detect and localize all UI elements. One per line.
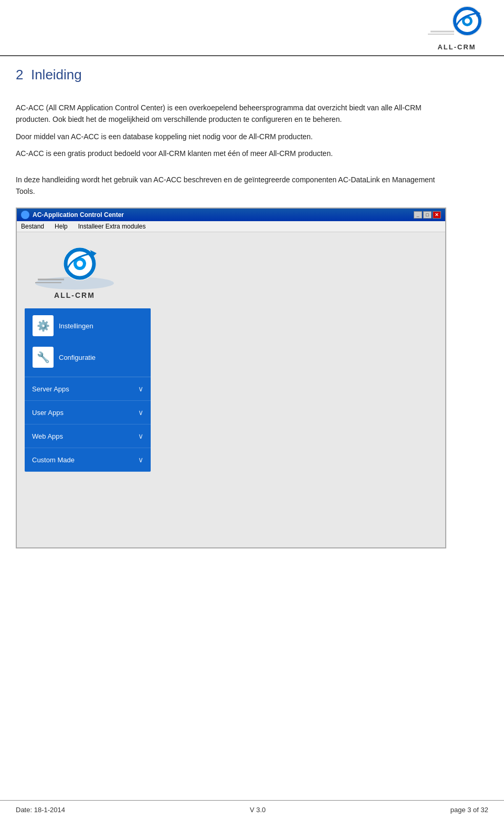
window-titlebar: AC-Application Control Center _ □ ✕ <box>17 209 445 221</box>
logo-svg <box>425 5 488 42</box>
footer-date: Date: 18-1-2014 <box>16 806 65 814</box>
close-button[interactable]: ✕ <box>433 211 441 219</box>
sidebar-panel: ⚙️ Instellingen 🔧 Configuratie Server Ap… <box>25 308 151 472</box>
menu-sections: Server Apps ∨ User Apps ∨ Web Apps ∨ Cus… <box>25 377 151 472</box>
paragraph-2: Door middel van AC-ACC is een database k… <box>16 131 446 142</box>
menu-help[interactable]: Help <box>55 223 68 230</box>
user-apps-chevron: ∨ <box>138 408 143 417</box>
app-logo-text: ALL-CRM <box>54 291 95 299</box>
svg-point-5 <box>465 18 470 24</box>
custom-made-label: Custom Made <box>32 456 75 464</box>
footer-version: V 3.0 <box>250 806 266 814</box>
logo-container: ALL-CRM <box>425 5 488 51</box>
paragraph-3: AC-ACC is een gratis product bedoeld voo… <box>16 148 446 159</box>
app-logo: ALL-CRM <box>27 240 122 303</box>
user-apps-label: User Apps <box>32 409 64 417</box>
settings-section: ⚙️ Instellingen 🔧 Configuratie <box>25 308 151 377</box>
minimize-button[interactable]: _ <box>414 211 422 219</box>
web-apps-item[interactable]: Web Apps ∨ <box>25 424 151 448</box>
instellingen-label: Instellingen <box>59 322 93 330</box>
instellingen-icon: ⚙️ <box>33 315 54 336</box>
server-apps-label: Server Apps <box>32 385 69 393</box>
custom-made-chevron: ∨ <box>138 455 143 464</box>
app-logo-svg <box>33 244 117 291</box>
user-apps-item[interactable]: User Apps ∨ <box>25 401 151 424</box>
instellingen-button[interactable]: ⚙️ Instellingen <box>27 311 148 340</box>
menu-bestand[interactable]: Bestand <box>21 223 44 230</box>
footer-page: page 3 of 32 <box>450 806 488 814</box>
screenshot-window: AC-Application Control Center _ □ ✕ Best… <box>16 208 446 548</box>
menu-installeer[interactable]: Installeer Extra modules <box>78 223 146 230</box>
paragraph-4: In deze handleiding wordt het gebruik va… <box>16 174 446 198</box>
app-logo-inner: ALL-CRM <box>27 240 122 303</box>
configuratie-button[interactable]: 🔧 Configuratie <box>27 343 148 372</box>
server-apps-chevron: ∨ <box>138 385 143 393</box>
custom-made-item[interactable]: Custom Made ∨ <box>25 448 151 472</box>
configuratie-icon: 🔧 <box>33 347 54 368</box>
configuratie-label: Configuratie <box>59 354 96 361</box>
window-body: ALL-CRM ⚙️ Instellingen 🔧 Configuratie <box>17 232 445 547</box>
page-content: 2 Inleiding AC-ACC (All CRM Application … <box>0 56 504 564</box>
web-apps-label: Web Apps <box>32 432 63 440</box>
paragraph-1: AC-ACC (All CRM Application Control Cent… <box>16 102 446 126</box>
server-apps-item[interactable]: Server Apps ∨ <box>25 377 151 401</box>
page-header: ALL-CRM <box>0 0 504 56</box>
window-controls[interactable]: _ □ ✕ <box>414 211 441 219</box>
section-heading: 2 Inleiding <box>16 67 488 86</box>
svg-point-12 <box>77 261 83 267</box>
window-menubar: Bestand Help Installeer Extra modules <box>17 221 445 232</box>
web-apps-chevron: ∨ <box>138 432 143 440</box>
maximize-button[interactable]: □ <box>423 211 432 219</box>
window-app-icon <box>21 211 29 219</box>
page-footer: Date: 18-1-2014 V 3.0 page 3 of 32 <box>0 800 504 819</box>
window-title: AC-Application Control Center <box>33 211 124 219</box>
logo-text: ALL-CRM <box>437 43 476 51</box>
titlebar-left: AC-Application Control Center <box>21 211 124 219</box>
